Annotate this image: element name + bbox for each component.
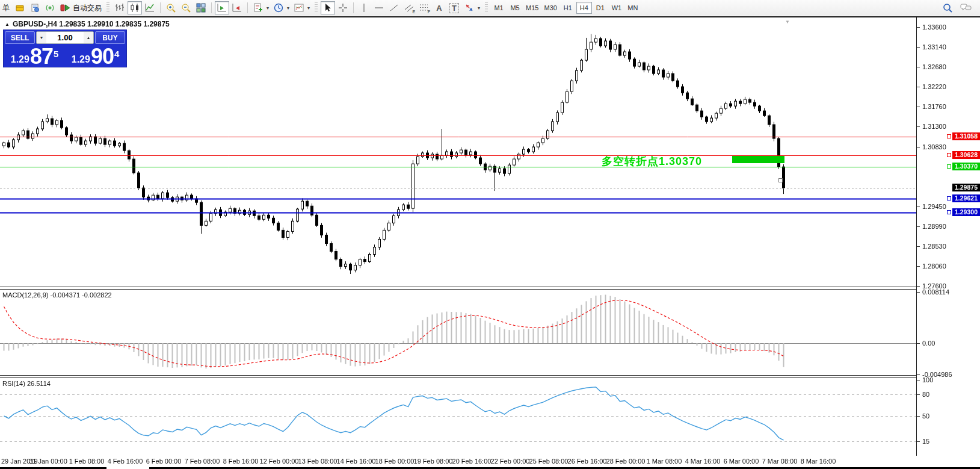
date-label: 18 Feb 00:00 (375, 458, 414, 465)
new-order-label-partial[interactable]: 单 (2, 3, 10, 13)
rsi-tick-label: 80 (922, 391, 929, 398)
volume-decrease-button[interactable]: ▼ (37, 32, 46, 43)
add-indicator-button[interactable] (251, 1, 265, 14)
arrows-button[interactable] (462, 1, 476, 14)
vertical-line-button[interactable] (357, 1, 371, 14)
price-tick-label: 1.32680 (922, 63, 946, 70)
level-connector (947, 153, 951, 157)
main-chart-canvas[interactable] (0, 17, 916, 287)
timeframe-button-d1[interactable]: D1 (593, 2, 608, 14)
rsi-pane-canvas[interactable] (0, 378, 916, 456)
toolbar-gripper (315, 2, 318, 13)
timeframe-button-m15[interactable]: M15 (523, 2, 541, 14)
signals-button[interactable] (43, 1, 57, 14)
chat-button[interactable] (958, 1, 974, 14)
candlestick-chart-icon (129, 2, 140, 13)
timeframe-button-m1[interactable]: M1 (491, 2, 507, 14)
arrows-caret[interactable]: ▾ (478, 5, 480, 11)
tile-windows-icon (196, 2, 206, 13)
text-button[interactable]: A (432, 1, 446, 14)
text-label-icon: T (449, 3, 459, 13)
timeframe-button-m30[interactable]: M30 (541, 2, 559, 14)
macd-pane-canvas[interactable] (0, 290, 916, 375)
zoom-out-button[interactable] (179, 1, 193, 14)
pivot-annotation-text[interactable]: 多空转折点1.30370 (602, 154, 702, 169)
crosshair-icon (337, 2, 348, 13)
templates-button[interactable] (292, 1, 306, 14)
sell-price[interactable]: 1.29 87 5 (5, 45, 64, 67)
toolbar-separator (247, 2, 248, 13)
metaeditor-button[interactable] (28, 1, 42, 14)
chart-shift-button[interactable] (230, 1, 244, 14)
date-label: 12 Feb 00:00 (260, 458, 299, 465)
sell-price-sup: 5 (54, 45, 58, 63)
date-label: 25 Feb 08:00 (529, 458, 569, 465)
price-tick (917, 67, 920, 67)
toolbar-separator (211, 2, 212, 13)
auto-scroll-button[interactable] (215, 1, 229, 14)
new-order-button[interactable] (13, 1, 27, 14)
pivot-highlight-rectangle[interactable] (732, 156, 784, 163)
tile-windows-button[interactable] (194, 1, 208, 14)
buy-price[interactable]: 1.29 90 4 (66, 45, 125, 67)
autotrading-icon (60, 2, 70, 13)
trendline-button[interactable] (387, 1, 401, 14)
periods-caret[interactable]: ▾ (287, 5, 289, 11)
level-connector (947, 196, 951, 200)
date-label: 28 Feb 00:00 (606, 458, 646, 465)
text-icon: A (436, 4, 442, 13)
volume-increase-button[interactable]: ▲ (84, 32, 93, 43)
vertical-line-icon (359, 2, 369, 13)
horizontal-line-icon (374, 2, 384, 13)
candlestick-chart-button[interactable] (128, 1, 142, 14)
current-price-label: 1.29875 (952, 184, 980, 191)
date-label: 7 Feb 08:00 (185, 458, 220, 465)
autotrading-button[interactable]: 自动交易 (58, 1, 103, 14)
level-price-label: 1.29300 (952, 208, 980, 216)
one-click-trade-panel: SELL ▼ ▲ BUY 1.29 87 5 1.29 90 4 (3, 30, 127, 67)
timeframe-button-m5[interactable]: M5 (507, 2, 523, 14)
date-label: 26 Feb 16:00 (568, 458, 607, 465)
level-connector (947, 134, 951, 138)
rsi-tick-label: 100 (922, 376, 933, 384)
price-tick (917, 207, 920, 207)
level-connector (947, 164, 951, 169)
volume-input[interactable] (46, 32, 84, 43)
cursor-button[interactable] (321, 1, 335, 14)
timeframe-button-h4[interactable]: H4 (576, 2, 592, 14)
horizontal-line-button[interactable] (372, 1, 386, 14)
search-button[interactable] (940, 1, 955, 14)
rsi-tick (917, 394, 920, 395)
templates-caret[interactable]: ▾ (307, 5, 310, 11)
date-label: 8 Mar 16:00 (801, 458, 836, 465)
scroll-to-end-marker[interactable]: ▼ (785, 19, 790, 25)
date-label: 22 Feb 00:00 (491, 458, 530, 465)
price-tick (917, 107, 920, 107)
periods-button[interactable] (271, 1, 286, 14)
buy-price-sup: 4 (114, 45, 119, 63)
date-label: 4 Feb 16:00 (108, 458, 143, 465)
sell-button[interactable]: SELL (5, 31, 35, 44)
crosshair-button[interactable] (336, 1, 350, 14)
rsi-tick-label: 50 (922, 412, 929, 420)
price-axis-border (916, 17, 917, 456)
bar-chart-button[interactable] (112, 1, 127, 14)
line-chart-button[interactable] (143, 1, 157, 14)
price-tick-label: 1.28990 (922, 223, 946, 230)
equidistant-channel-button[interactable]: E (402, 1, 416, 14)
price-tick-label: 1.33140 (922, 43, 946, 51)
timeframe-button-h1[interactable]: H1 (560, 2, 576, 14)
fibonacci-button[interactable]: F (417, 1, 431, 14)
add-indicator-caret[interactable]: ▾ (267, 5, 269, 11)
toolbar-separator (160, 2, 161, 13)
text-label-button[interactable]: T (447, 1, 461, 14)
timeframe-button-w1[interactable]: W1 (609, 2, 624, 14)
toolbar-gripper (485, 2, 488, 13)
zoom-in-button[interactable] (164, 1, 178, 14)
toolbar: 单 自动交易 ▾ ▾ ▾ E F A T ▾ M1M5M15M30H1H4D1W… (0, 0, 980, 16)
price-tick-label: 1.32220 (922, 83, 946, 90)
search-icon (942, 2, 953, 13)
buy-button[interactable]: BUY (95, 31, 125, 44)
price-tick (917, 27, 920, 28)
timeframe-button-mn[interactable]: MN (625, 2, 641, 14)
